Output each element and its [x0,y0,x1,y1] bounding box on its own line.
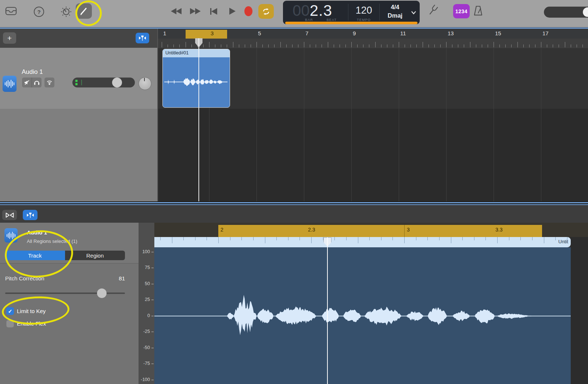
chevron-down-icon[interactable] [411,11,416,15]
track-volume-thumb[interactable] [112,78,122,87]
ruler-tick [381,44,381,47]
enable-flex-checkbox[interactable] [6,320,14,327]
help-icon[interactable]: ? [34,7,44,17]
waveform-glyph [4,79,15,89]
ruler-tick [346,237,347,240]
pitch-correction-thumb[interactable] [97,288,107,298]
lcd-time-signature[interactable]: 4/4 [384,4,406,11]
ruler-tick [173,44,174,47]
ruler-tick [183,237,184,240]
play-button[interactable] [229,7,236,15]
axis-label: -50 [139,345,150,350]
ruler-tick [276,237,277,240]
audio-region[interactable]: Untitled#01 [162,49,230,108]
tab-track[interactable]: Track [5,251,65,260]
ruler-tick [369,237,370,240]
ruler-number: 9 [353,30,356,36]
ruler-tick [559,44,559,47]
ruler-tick [262,44,263,47]
lcd-bar-label: BAR [301,18,318,22]
ruler-tick [369,44,369,47]
headphones-icon [34,80,40,85]
cycle-region[interactable] [186,30,227,39]
ruler-tick [300,237,300,240]
ruler-tick [298,44,298,47]
axis-label: -100 [139,377,150,382]
audio-track-icon[interactable] [3,76,17,92]
ruler-tick [345,44,346,47]
tracks-empty-area[interactable] [158,109,588,201]
limit-to-key-checkbox[interactable]: ✓ [6,307,14,315]
tuning-fork-icon[interactable] [427,4,439,18]
rewind-button[interactable] [171,7,182,15]
editor-cycle-region[interactable] [218,225,542,237]
add-track-button[interactable]: + [3,32,16,44]
smart-controls-icon[interactable] [60,6,72,17]
lcd-key-signature[interactable]: Dmaj [384,12,406,19]
ruler-tick [316,44,316,47]
editor-catch-playhead-button[interactable] [23,210,37,220]
flex-bowtie-icon [5,212,14,218]
tab-region[interactable]: Region [65,251,125,260]
ruler-tick [511,44,512,47]
ruler-tick [458,44,458,47]
ruler-tick [257,42,257,47]
bar-gridline [304,48,304,201]
ruler-tick [195,237,196,240]
lcd-divider [379,4,380,21]
ruler-tick [497,237,498,243]
ruler-tick [292,44,293,47]
ruler-tick [482,44,482,47]
mute-button[interactable] [22,78,32,87]
solo-button[interactable] [32,78,42,87]
track-name[interactable]: Audio 1 [22,68,43,76]
ruler-tick [334,237,335,240]
go-to-beginning-button[interactable] [209,8,218,15]
axis-label: 100 [139,249,150,254]
ruler-tick [565,42,565,47]
track-volume-slider[interactable] [72,78,135,87]
ruler-number: 15 [495,30,501,36]
catch-playhead-button[interactable] [136,33,149,43]
ruler-tick [571,44,571,47]
lcd-tempo-value[interactable]: 120 [354,5,374,16]
ruler-tick [168,44,168,47]
pitch-correction-label: Pitch Correction [5,275,44,281]
pitch-correction-slider[interactable] [5,293,125,294]
master-volume-slider[interactable] [544,7,588,18]
ruler-tick [462,237,463,240]
limit-to-key-label[interactable]: Limit to Key [17,308,46,314]
lcd-beat-label: BEAT [322,18,342,22]
editor-selection-status: All Regions selected (1) [27,238,77,244]
ruler-tick [451,237,451,243]
enable-flex-label[interactable]: Enable Flex [17,320,46,327]
ruler-tick [207,237,207,240]
axis-label: 25 [139,297,150,302]
input-monitoring-button[interactable] [44,78,54,87]
editor-waveform-area[interactable] [154,247,571,384]
cycle-button[interactable] [258,4,274,19]
project-chooser-icon[interactable] [5,6,17,16]
ruler-tick [375,42,376,47]
flex-button[interactable] [2,210,17,220]
editor-ruler-label: 2 [220,227,223,233]
cycle-loop-icon [262,8,270,15]
pan-knob[interactable] [139,77,151,90]
fast-forward-button[interactable] [189,7,201,15]
ruler-tick [218,237,219,243]
monitoring-icon [46,80,53,85]
record-button[interactable] [244,6,252,16]
editor-pencil-button[interactable] [76,3,92,19]
editor-region-strip[interactable] [154,237,571,247]
ruler-tick [351,42,352,47]
metronome-icon[interactable] [472,5,484,18]
ruler-tick [399,42,399,47]
lcd-display[interactable]: 002.3 BAR BEAT 120 TEMPO 4/4 Dmaj [283,1,420,24]
ruler-tick [363,44,363,47]
timeline-tick-ruler[interactable] [158,39,588,49]
ruler-tick [474,237,474,240]
ruler-tick [322,44,322,47]
ruler-tick [392,237,393,240]
ruler-tick [221,44,221,47]
count-in-button[interactable]: 1234 [453,4,470,18]
